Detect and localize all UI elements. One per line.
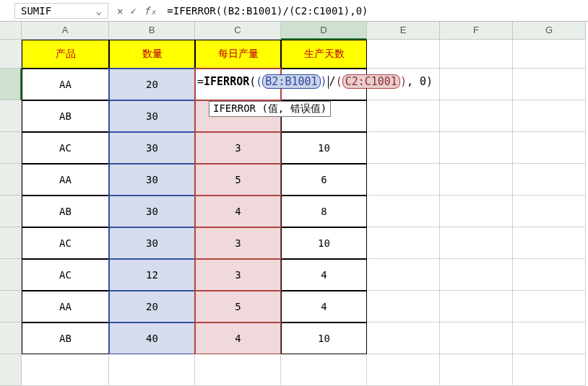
cell[interactable] bbox=[513, 196, 586, 227]
cell[interactable] bbox=[513, 132, 586, 164]
formula-input[interactable] bbox=[163, 4, 588, 18]
cell[interactable] bbox=[367, 100, 440, 132]
cell[interactable]: 5 bbox=[195, 291, 281, 323]
row-head[interactable] bbox=[0, 40, 22, 69]
header-quantity[interactable]: 数量 bbox=[109, 40, 195, 69]
cell[interactable] bbox=[367, 196, 440, 227]
cell[interactable] bbox=[367, 291, 440, 323]
cell[interactable]: 4 bbox=[281, 291, 367, 323]
cell[interactable] bbox=[513, 40, 586, 69]
cell[interactable] bbox=[281, 354, 367, 386]
cell[interactable]: 4 bbox=[281, 259, 367, 291]
cell[interactable] bbox=[513, 227, 586, 259]
cell[interactable]: AA bbox=[22, 69, 109, 100]
cell[interactable] bbox=[109, 354, 195, 386]
col-head-c[interactable]: C bbox=[195, 22, 281, 40]
row-head[interactable] bbox=[0, 323, 22, 354]
row-head[interactable] bbox=[0, 196, 22, 227]
row-head[interactable] bbox=[0, 69, 22, 100]
col-head-g[interactable]: G bbox=[513, 22, 586, 40]
row-head[interactable] bbox=[0, 354, 22, 386]
cell[interactable] bbox=[513, 259, 586, 291]
cell[interactable]: 6 bbox=[281, 164, 367, 196]
chevron-down-icon[interactable]: ⌄ bbox=[96, 5, 102, 17]
cell[interactable] bbox=[440, 259, 513, 291]
cell[interactable] bbox=[440, 40, 513, 69]
col-head-b[interactable]: B bbox=[109, 22, 195, 40]
cell[interactable]: 10 bbox=[281, 323, 367, 354]
cell[interactable] bbox=[367, 323, 440, 354]
row-head[interactable] bbox=[0, 259, 22, 291]
cell[interactable] bbox=[367, 40, 440, 69]
cell[interactable]: 30 bbox=[109, 227, 195, 259]
cell[interactable]: 40 bbox=[109, 323, 195, 354]
cell[interactable] bbox=[513, 291, 586, 323]
cell[interactable]: 3 bbox=[195, 259, 281, 291]
cell[interactable] bbox=[440, 69, 513, 100]
cell[interactable]: 20 bbox=[109, 69, 195, 100]
cell[interactable] bbox=[367, 354, 440, 386]
cell[interactable]: 4 bbox=[195, 196, 281, 227]
cell[interactable]: 10 bbox=[281, 227, 367, 259]
cell[interactable] bbox=[22, 354, 109, 386]
cell[interactable]: 30 bbox=[109, 100, 195, 132]
cell[interactable] bbox=[513, 69, 586, 100]
row-head[interactable] bbox=[0, 164, 22, 196]
row-head[interactable] bbox=[0, 227, 22, 259]
row-head[interactable] bbox=[0, 132, 22, 164]
cell[interactable]: AC bbox=[22, 227, 109, 259]
cell[interactable] bbox=[367, 259, 440, 291]
select-all-corner[interactable] bbox=[0, 22, 22, 40]
cell[interactable]: AC bbox=[22, 132, 109, 164]
cell[interactable] bbox=[367, 132, 440, 164]
cell[interactable]: AA bbox=[22, 291, 109, 323]
header-product[interactable]: 产品 bbox=[22, 40, 109, 69]
cell[interactable]: 30 bbox=[109, 132, 195, 164]
cell[interactable] bbox=[440, 354, 513, 386]
editing-cell[interactable]: =IFERROR((B2:B1001)/(C2:C1001), 0) IFERR… bbox=[195, 69, 281, 100]
cell[interactable] bbox=[513, 323, 586, 354]
row-head[interactable] bbox=[0, 100, 22, 132]
spreadsheet-grid[interactable]: A B C D E F G 产品 数量 每日产量 生产天数 AA 20 =IFE… bbox=[0, 22, 588, 386]
col-head-d[interactable]: D bbox=[281, 22, 367, 40]
cell[interactable] bbox=[513, 164, 586, 196]
cell[interactable]: 10 bbox=[281, 132, 367, 164]
cell[interactable]: AB bbox=[22, 196, 109, 227]
cell[interactable]: 3 bbox=[195, 227, 281, 259]
cell[interactable]: 20 bbox=[109, 291, 195, 323]
cell[interactable] bbox=[367, 227, 440, 259]
cell[interactable] bbox=[440, 164, 513, 196]
cell[interactable] bbox=[367, 164, 440, 196]
cell[interactable] bbox=[440, 196, 513, 227]
cell[interactable]: 5 bbox=[195, 164, 281, 196]
col-head-a[interactable]: A bbox=[22, 22, 109, 40]
name-box[interactable]: SUMIF ⌄ bbox=[14, 3, 108, 19]
cell[interactable]: 30 bbox=[109, 164, 195, 196]
cell[interactable]: 8 bbox=[281, 196, 367, 227]
cell[interactable] bbox=[440, 323, 513, 354]
cell[interactable] bbox=[440, 132, 513, 164]
cell[interactable] bbox=[513, 100, 586, 132]
cell[interactable] bbox=[440, 100, 513, 132]
formula-bar-controls: ✕ ✓ fx bbox=[116, 5, 158, 17]
col-head-e[interactable]: E bbox=[367, 22, 440, 40]
col-head-f[interactable]: F bbox=[440, 22, 513, 40]
cell[interactable] bbox=[195, 354, 281, 386]
header-daily-output[interactable]: 每日产量 bbox=[195, 40, 281, 69]
cell[interactable]: 30 bbox=[109, 196, 195, 227]
cell[interactable] bbox=[440, 227, 513, 259]
fx-icon[interactable]: fx bbox=[142, 5, 158, 17]
cell[interactable]: AC bbox=[22, 259, 109, 291]
cell[interactable]: 12 bbox=[109, 259, 195, 291]
cell[interactable]: 3 bbox=[195, 132, 281, 164]
cancel-icon[interactable]: ✕ bbox=[116, 5, 124, 17]
cell[interactable] bbox=[513, 354, 586, 386]
accept-icon[interactable]: ✓ bbox=[129, 5, 137, 17]
cell[interactable]: 4 bbox=[195, 323, 281, 354]
cell[interactable]: AB bbox=[22, 100, 109, 132]
header-days[interactable]: 生产天数 bbox=[281, 40, 367, 69]
cell[interactable]: AA bbox=[22, 164, 109, 196]
cell[interactable]: AB bbox=[22, 323, 109, 354]
cell[interactable] bbox=[440, 291, 513, 323]
row-head[interactable] bbox=[0, 291, 22, 323]
